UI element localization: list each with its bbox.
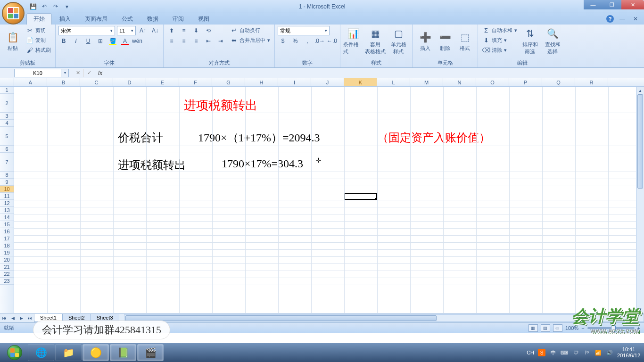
maximize-button[interactable]: ❐: [603, 0, 621, 9]
column-header[interactable]: L: [377, 78, 410, 86]
sort-filter-button[interactable]: ⇅排序和 筛选: [519, 25, 541, 57]
tray-keyboard-icon[interactable]: ⌨: [561, 349, 568, 356]
sogou-icon[interactable]: S: [538, 349, 545, 356]
normal-view-icon[interactable]: ▦: [528, 324, 538, 332]
cancel-formula-icon[interactable]: ✕: [73, 69, 84, 77]
column-header[interactable]: R: [575, 78, 608, 86]
sheet-nav-prev-icon[interactable]: ◀: [8, 314, 17, 322]
border-button[interactable]: ⊞: [95, 36, 106, 46]
page-layout-view-icon[interactable]: ▤: [541, 324, 550, 332]
comma-format-icon[interactable]: ,: [302, 36, 313, 46]
page-break-view-icon[interactable]: ▭: [553, 324, 562, 332]
row-header[interactable]: 14: [0, 214, 14, 221]
scroll-up-icon[interactable]: ▲: [636, 87, 644, 94]
taskbar-chrome[interactable]: 🟡: [83, 344, 109, 361]
delete-cells-button[interactable]: ➖删除: [435, 25, 455, 57]
row-header[interactable]: 15: [0, 221, 14, 228]
name-box-dropdown[interactable]: ▾: [61, 69, 69, 77]
tray-network-icon[interactable]: 📶: [594, 349, 602, 356]
taskbar-clock[interactable]: 10:41 2016/6/12: [617, 346, 640, 359]
tray-lang-icon[interactable]: 中: [549, 349, 557, 356]
fill-color-button[interactable]: 🪣: [107, 36, 118, 46]
row-header[interactable]: 8: [0, 172, 14, 179]
fill-button[interactable]: ⬇填充▾: [481, 35, 519, 45]
align-left-icon[interactable]: ≡: [166, 36, 177, 46]
accounting-format-icon[interactable]: $: [278, 36, 288, 46]
underline-button[interactable]: U: [83, 36, 93, 46]
tab-view[interactable]: 视图: [191, 14, 216, 25]
tab-page-layout[interactable]: 页面布局: [78, 14, 114, 25]
row-header[interactable]: 9: [0, 179, 14, 186]
minimize-ribbon-icon[interactable]: —: [618, 14, 627, 24]
tab-formulas[interactable]: 公式: [115, 14, 140, 25]
column-header[interactable]: O: [476, 78, 509, 86]
sheet-nav-last-icon[interactable]: ⏭: [25, 314, 34, 322]
row-header[interactable]: 17: [0, 235, 14, 242]
column-header[interactable]: C: [80, 78, 113, 86]
redo-icon[interactable]: ↷: [51, 2, 60, 11]
paste-button[interactable]: 📋 粘贴: [3, 25, 23, 57]
row-header[interactable]: 1: [0, 87, 14, 94]
column-header[interactable]: M: [410, 78, 443, 86]
column-header[interactable]: F: [179, 78, 212, 86]
tab-home[interactable]: 开始: [26, 13, 52, 25]
horizontal-scrollbar[interactable]: [124, 314, 644, 322]
format-table-button[interactable]: ▦套用 表格格式: [363, 25, 388, 57]
taskbar-explorer[interactable]: 📁: [55, 344, 82, 361]
orientation-icon[interactable]: ⟲: [203, 26, 214, 35]
help-icon[interactable]: ?: [606, 15, 614, 23]
vertical-scrollbar[interactable]: ▲ ▼: [636, 87, 644, 313]
sheet-nav-next-icon[interactable]: ▶: [17, 314, 25, 322]
row-header[interactable]: 16: [0, 228, 14, 235]
column-header[interactable]: E: [146, 78, 179, 86]
row-header[interactable]: 13: [0, 207, 14, 214]
column-header[interactable]: P: [509, 78, 542, 86]
undo-icon[interactable]: ↶: [40, 2, 49, 11]
row-header[interactable]: 10: [0, 186, 14, 193]
row-header[interactable]: 19: [0, 249, 14, 256]
row-header[interactable]: 4: [0, 120, 14, 127]
save-icon[interactable]: 💾: [28, 2, 38, 11]
row-header[interactable]: 20: [0, 256, 14, 263]
phonetic-button[interactable]: wén: [132, 36, 142, 46]
column-header[interactable]: N: [443, 78, 476, 86]
tray-shield-icon[interactable]: 🛡: [572, 349, 579, 356]
font-name-combo[interactable]: 宋体: [58, 26, 115, 35]
clear-button[interactable]: ⌫清除▾: [481, 45, 519, 55]
row-header[interactable]: 12: [0, 200, 14, 207]
align-top-icon[interactable]: ⬆: [166, 26, 177, 35]
decrease-indent-icon[interactable]: ⇤: [203, 36, 214, 46]
cells-area[interactable]: 进项税额转出 价税合计 1790×（1+17%）=2094.3 （固定资产入账价…: [14, 87, 644, 313]
row-header[interactable]: 6: [0, 146, 14, 153]
taskbar-ie[interactable]: 🌐: [28, 344, 54, 361]
spreadsheet-grid[interactable]: 1234567891011121314151617181920212223 进项…: [0, 87, 644, 313]
row-header[interactable]: 23: [0, 278, 14, 285]
row-header[interactable]: 7: [0, 153, 14, 172]
close-workbook-icon[interactable]: ✕: [631, 14, 640, 24]
column-header[interactable]: I: [278, 78, 311, 86]
taskbar-app[interactable]: 🎬: [137, 344, 164, 361]
bold-button[interactable]: B: [58, 36, 69, 46]
row-header[interactable]: 2: [0, 94, 14, 113]
tab-review[interactable]: 审阅: [166, 14, 190, 25]
select-all-corner[interactable]: [0, 78, 14, 86]
increase-font-icon[interactable]: A↑: [138, 26, 148, 35]
row-header[interactable]: 22: [0, 271, 14, 278]
find-select-button[interactable]: 🔍查找和 选择: [541, 25, 564, 57]
column-header[interactable]: Q: [542, 78, 575, 86]
align-bottom-icon[interactable]: ⬇: [191, 26, 201, 35]
copy-button[interactable]: 📄复制: [25, 35, 52, 45]
column-header[interactable]: D: [113, 78, 146, 86]
column-header[interactable]: A: [14, 78, 47, 86]
qat-customize-icon[interactable]: ▾: [62, 2, 72, 11]
align-middle-icon[interactable]: ≡: [179, 26, 189, 35]
sheet-nav-first-icon[interactable]: ⏮: [0, 314, 8, 322]
minimize-button[interactable]: —: [584, 0, 603, 9]
tab-data[interactable]: 数据: [140, 14, 165, 25]
conditional-format-button[interactable]: 📊条件格式: [343, 25, 363, 57]
font-color-button[interactable]: A: [120, 36, 130, 46]
decrease-decimal-icon[interactable]: ←.0: [327, 36, 337, 46]
row-header[interactable]: 18: [0, 242, 14, 249]
row-header[interactable]: 11: [0, 193, 14, 200]
wrap-text-button[interactable]: ↵自动换行: [229, 25, 272, 35]
